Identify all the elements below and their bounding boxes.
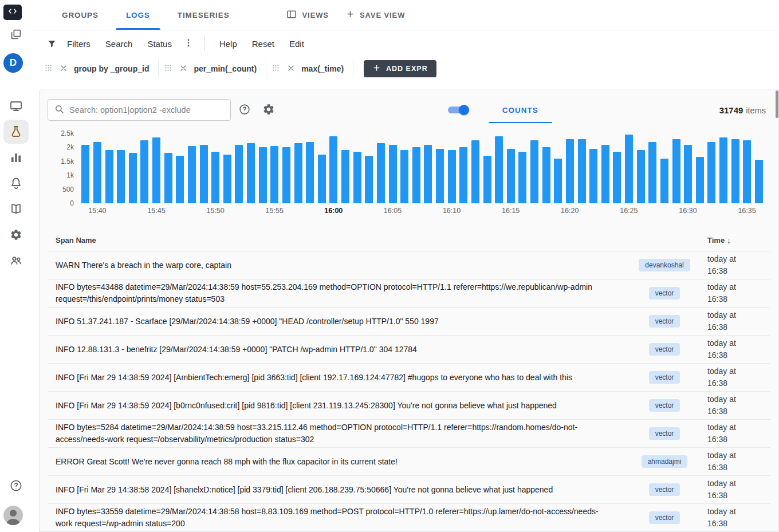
service-badge[interactable]: vector <box>649 483 680 496</box>
chart-bar[interactable] <box>589 149 597 203</box>
chart-bar[interactable] <box>164 153 172 203</box>
chart-bar[interactable] <box>235 145 243 203</box>
chart-bar[interactable] <box>542 147 550 203</box>
chart-bar[interactable] <box>637 150 645 203</box>
add-expr-button[interactable]: ADD EXPR <box>364 60 436 77</box>
log-row[interactable]: INFO [Fri Mar 29 14:38:58 2024] [shanelx… <box>48 476 770 504</box>
filters-button[interactable]: Filters <box>60 34 98 53</box>
sidebar-item-flask[interactable] <box>3 120 29 144</box>
chart-bar[interactable] <box>424 145 432 203</box>
log-row[interactable]: ERROR Great Scott! We're never gonna rea… <box>48 448 770 476</box>
chart-bar[interactable] <box>377 143 385 203</box>
chart-bar[interactable] <box>188 146 196 203</box>
service-badge[interactable]: vector <box>649 427 680 440</box>
chart-bar[interactable] <box>483 156 491 203</box>
sidebar-item-people[interactable] <box>3 249 29 273</box>
chart-bar[interactable] <box>448 150 456 203</box>
chart-bar[interactable] <box>625 135 633 203</box>
chart-bar[interactable] <box>329 136 337 203</box>
chart-bar[interactable] <box>471 140 479 203</box>
remove-expression-button[interactable] <box>57 62 70 76</box>
log-row[interactable]: WARN There's a breach in the warp core, … <box>48 251 770 279</box>
chart-bar[interactable] <box>613 152 621 203</box>
log-row[interactable]: INFO bytes=5284 datetime=29/Mar/2024:14:… <box>48 420 770 448</box>
remove-expression-button[interactable] <box>285 62 297 76</box>
chart-bar[interactable] <box>365 156 373 203</box>
chart-bar[interactable] <box>412 147 420 203</box>
chart-bar[interactable] <box>152 137 160 203</box>
service-badge[interactable]: vector <box>649 287 680 300</box>
chart-bar[interactable] <box>554 159 562 203</box>
code-editor-button[interactable] <box>3 5 22 20</box>
chart-bar[interactable] <box>176 156 184 203</box>
save-view-button[interactable]: SAVE VIEW <box>341 6 410 23</box>
chart-bar[interactable] <box>306 142 314 203</box>
remove-expression-button[interactable] <box>177 62 190 76</box>
chart-bar[interactable] <box>270 146 278 203</box>
sidebar-item-windows[interactable] <box>3 22 29 46</box>
chart-bar[interactable] <box>601 145 609 203</box>
sidebar-item-help[interactable] <box>3 474 29 498</box>
chart-bar[interactable] <box>672 139 680 203</box>
log-row[interactable]: INFO 12.88.131.3 - benefritz [29/Mar/202… <box>48 336 770 364</box>
tab-counts[interactable]: COUNTS <box>489 97 552 123</box>
chart-bar[interactable] <box>530 140 538 203</box>
drag-handle[interactable] <box>42 62 54 76</box>
chart-bar[interactable] <box>707 142 715 203</box>
chart-bar[interactable] <box>81 145 89 203</box>
chart-bar[interactable] <box>247 143 255 203</box>
chart-bar[interactable] <box>282 147 290 203</box>
search-input[interactable] <box>69 105 225 115</box>
sidebar-item-bell[interactable] <box>3 171 29 195</box>
chart-bar[interactable] <box>755 160 763 203</box>
chart-bar[interactable] <box>341 150 349 203</box>
log-row[interactable]: INFO bytes=43488 datetime=29/Mar/2024:14… <box>48 279 770 308</box>
chart-bar[interactable] <box>719 137 727 203</box>
chart-bar[interactable] <box>684 145 692 203</box>
log-row[interactable]: INFO 51.37.241.187 - Scarface [29/Mar/20… <box>48 308 770 336</box>
chart-bar[interactable] <box>259 147 267 203</box>
chart-bar[interactable] <box>459 147 467 203</box>
chart-bar[interactable] <box>140 140 148 203</box>
service-badge[interactable]: vector <box>649 511 680 524</box>
views-button[interactable]: VIEWS <box>281 5 333 25</box>
chart-bar[interactable] <box>578 139 586 203</box>
status-menu-button[interactable]: Status <box>140 34 179 53</box>
chart-bar[interactable] <box>495 136 503 203</box>
sidebar-item-bar-chart[interactable] <box>3 145 29 170</box>
column-header-time[interactable]: Time ↓ <box>707 236 768 245</box>
chart-bar[interactable] <box>436 149 444 203</box>
chart-bar[interactable] <box>117 150 125 203</box>
reset-button[interactable]: Reset <box>245 34 282 53</box>
chart-bar[interactable] <box>200 145 208 203</box>
service-badge[interactable]: vector <box>649 315 680 328</box>
help-button[interactable]: Help <box>212 34 245 53</box>
chart-bar[interactable] <box>211 152 219 203</box>
chart-bar[interactable] <box>696 157 704 203</box>
log-row[interactable]: INFO [Fri Mar 29 14:38:59 2024] [b0rnc0n… <box>48 392 770 420</box>
service-badge[interactable]: vector <box>649 343 680 356</box>
log-row[interactable]: INFO bytes=33559 datetime=29/Mar/2024:14… <box>48 504 770 531</box>
tab-groups[interactable]: GROUPS <box>48 0 112 30</box>
scrollbar-thumb[interactable] <box>776 90 778 118</box>
chart-bar[interactable] <box>105 150 113 203</box>
log-row[interactable]: INFO [Fri Mar 29 14:38:59 2024] [Ambient… <box>48 364 770 392</box>
search-menu-button[interactable]: Search <box>98 34 140 53</box>
chart-bar[interactable] <box>318 155 326 203</box>
tab-logs[interactable]: LOGS <box>112 0 164 30</box>
sidebar-item-gear[interactable] <box>3 223 29 247</box>
search-settings-button[interactable] <box>258 100 279 120</box>
chart-bar[interactable] <box>400 150 408 203</box>
drag-handle[interactable] <box>270 62 282 76</box>
chart-toggle[interactable] <box>446 105 469 115</box>
chart-bar[interactable] <box>507 149 515 203</box>
chart-bar[interactable] <box>93 142 101 203</box>
user-avatar[interactable] <box>3 506 23 525</box>
chart-bar[interactable] <box>566 139 574 203</box>
service-badge[interactable]: vector <box>649 399 680 412</box>
chart-bar[interactable] <box>294 143 302 203</box>
chart-bar[interactable] <box>353 152 361 203</box>
sidebar-item-book[interactable] <box>3 197 29 221</box>
chart-bar[interactable] <box>731 139 739 203</box>
chart-bar[interactable] <box>660 159 668 203</box>
